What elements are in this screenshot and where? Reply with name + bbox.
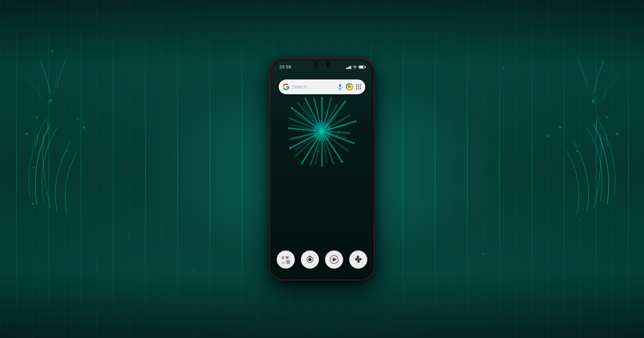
- svg-point-11: [355, 68, 355, 68]
- svg-point-57: [355, 121, 356, 122]
- svg-point-69: [318, 151, 319, 152]
- svg-point-68: [333, 146, 334, 147]
- svg-point-59: [341, 161, 343, 162]
- svg-line-49: [295, 131, 322, 150]
- status-time: 23:59: [279, 64, 291, 69]
- svg-rect-12: [339, 84, 341, 87]
- dots-app[interactable]: [301, 250, 319, 269]
- front-camera: [321, 63, 323, 66]
- svg-line-53: [304, 105, 322, 131]
- svg-point-55: [321, 97, 323, 99]
- game-center-app[interactable]: G M △: [277, 250, 295, 269]
- signal-bar-3: [349, 66, 350, 69]
- battery-fill: [359, 66, 363, 68]
- phone-screen: 23:59: [273, 61, 371, 277]
- svg-point-74: [317, 150, 318, 151]
- phone-wrapper: 23:59: [270, 58, 374, 280]
- svg-point-61: [289, 148, 291, 149]
- svg-line-19: [322, 101, 345, 131]
- svg-point-81: [308, 258, 312, 261]
- google-search-bar[interactable]: Search...: [279, 79, 365, 94]
- svg-point-60: [302, 163, 303, 164]
- pinwheel-app[interactable]: [349, 250, 367, 269]
- svg-point-64: [305, 98, 306, 99]
- svg-point-66: [332, 118, 333, 119]
- svg-text:G: G: [282, 256, 284, 260]
- signal-icon: [346, 65, 351, 69]
- dots-icon: [305, 255, 315, 264]
- svg-point-56: [345, 101, 346, 102]
- google-apps-icon[interactable]: [356, 84, 361, 90]
- svg-point-58: [354, 143, 355, 144]
- lens-inner: [347, 84, 352, 89]
- app-dock: G M △: [273, 250, 371, 269]
- svg-point-73: [325, 113, 326, 114]
- signal-bar-4: [350, 66, 351, 69]
- phone-device: 23:59: [270, 58, 374, 280]
- wifi-icon: [353, 65, 357, 69]
- search-placeholder: Search...: [292, 84, 334, 90]
- svg-point-71: [303, 131, 304, 132]
- svg-line-32: [322, 131, 349, 152]
- svg-text:△: △: [282, 260, 285, 264]
- status-icons: [346, 65, 365, 69]
- svg-point-67: [338, 131, 339, 132]
- google-lens-icon[interactable]: [346, 83, 353, 91]
- game-center-icon: G M △: [281, 255, 290, 264]
- svg-line-28: [305, 99, 322, 131]
- google-g-logo: [283, 83, 289, 90]
- play-store-icon: [329, 255, 339, 264]
- svg-text:M: M: [286, 256, 288, 260]
- svg-point-84: [358, 259, 359, 261]
- svg-point-79: [287, 261, 289, 263]
- pinwheel-icon: [354, 255, 363, 264]
- battery-icon: [359, 65, 365, 69]
- svg-point-63: [291, 107, 292, 109]
- svg-point-65: [313, 116, 314, 117]
- signal-bar-2: [347, 67, 348, 69]
- voice-search-icon[interactable]: [337, 83, 343, 90]
- svg-line-52: [294, 113, 322, 131]
- svg-point-62: [288, 128, 289, 129]
- svg-point-72: [308, 118, 309, 119]
- play-store-app[interactable]: [325, 250, 343, 269]
- svg-point-70: [308, 145, 309, 146]
- wallpaper-splash: [285, 95, 359, 168]
- signal-bar-1: [346, 68, 347, 69]
- svg-point-82: [309, 256, 311, 258]
